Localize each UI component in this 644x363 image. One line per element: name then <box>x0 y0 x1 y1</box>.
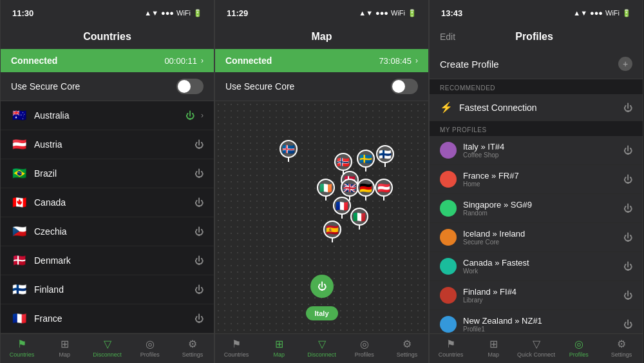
fastest-icon: ⚡ <box>440 101 453 113</box>
tab-settings-1[interactable]: ⚙ Settings <box>171 334 214 363</box>
power-icon-profile-italy[interactable]: ⏻ <box>623 145 632 155</box>
tab-profiles-3[interactable]: ◎ Profiles <box>558 334 600 363</box>
pin-flag-iceland: 🇮🇸 <box>279 140 298 158</box>
list-item[interactable]: France » FR#7 Home ⏻ <box>430 165 643 194</box>
tab-countries-3[interactable]: ⚑ Countries <box>430 334 472 363</box>
toggle-thumb-2 <box>392 80 405 93</box>
profile-icon-finland <box>440 287 457 304</box>
map-italy-label: Italy <box>305 306 337 320</box>
secure-core-toggle-1[interactable] <box>176 79 204 94</box>
tab-settings-3[interactable]: ⚙ Settings <box>600 334 643 363</box>
connected-bar-2[interactable]: Connected 73:08:45 › <box>215 49 428 72</box>
power-icon-profile-singapore[interactable]: ⏻ <box>623 203 632 213</box>
power-icon-profile-finland[interactable]: ⏻ <box>623 290 632 300</box>
table-row[interactable]: 🇫🇷 France ⏻ <box>1 304 214 333</box>
map-pin-sweden[interactable]: 🇸🇪 <box>357 150 375 172</box>
table-row[interactable]: 🇨🇦 Canada ⏻ <box>1 188 214 217</box>
status-icons-3: ▲▼ ●●● WiFi 🔋 <box>573 9 631 17</box>
pin-flag-spain: 🇪🇸 <box>323 221 341 239</box>
tab-label-map-3: Map <box>488 351 500 358</box>
map-center-button[interactable]: ⏻ <box>310 275 334 298</box>
list-item[interactable]: Canada » Fastest Work ⏻ <box>430 252 643 281</box>
profile-name-iceland: Iceland » Ireland <box>463 229 617 239</box>
tab-quickconnect-3[interactable]: ▽ Quick Connect <box>515 334 557 363</box>
list-item[interactable]: Finland » FI#4 Library ⏻ <box>430 281 643 310</box>
fastest-connection-row[interactable]: ⚡ Fastest Connection ⏻ <box>430 94 643 121</box>
table-row[interactable]: 🇩🇰 Denmark ⏻ <box>1 246 214 275</box>
profiles-tab-icon-3: ◎ <box>574 338 583 350</box>
tab-settings-2[interactable]: ⚙ Settings <box>386 334 428 363</box>
table-row[interactable]: 🇫🇮 Finland ⏻ <box>1 275 214 304</box>
status-time-1: 11:30 <box>12 8 33 18</box>
power-icon-profile-canada[interactable]: ⏻ <box>623 261 632 271</box>
power-icon-finland[interactable]: ⏻ <box>194 284 204 295</box>
power-icon-brazil[interactable]: ⏻ <box>194 168 204 179</box>
tab-countries-1[interactable]: ⚑ Countries <box>1 334 43 363</box>
power-icon-australia[interactable]: ⏻ <box>185 110 194 121</box>
map-pin-italy[interactable]: 🇮🇹 <box>350 208 368 230</box>
country-name-australia: Australia <box>34 110 179 121</box>
map-pin-iceland[interactable]: 🇮🇸 <box>279 140 298 162</box>
tab-label-disconnect-2: Disconnect <box>307 351 336 358</box>
profile-icon-italy <box>440 142 457 159</box>
connected-bar-1[interactable]: Connected 00:00:11 › <box>1 49 214 72</box>
list-item[interactable]: New Zealand » NZ#1 Profile1 ⏻ <box>430 310 643 333</box>
table-row[interactable]: 🇨🇿 Czechia ⏻ <box>1 217 214 246</box>
profile-name-italy: Italy » IT#4 <box>463 142 617 152</box>
status-time-3: 13:43 <box>441 8 462 18</box>
power-icon-france[interactable]: ⏻ <box>194 313 204 324</box>
pin-flag-italy: 🇮🇹 <box>350 208 368 226</box>
toggle-thumb-1 <box>178 80 191 93</box>
profile-name-finland: Finland » FI#4 <box>463 287 617 297</box>
map-pin-spain[interactable]: 🇪🇸 <box>323 221 341 242</box>
map-pin-finland[interactable]: 🇫🇮 <box>376 145 394 167</box>
country-name-czechia: Czechia <box>34 226 188 237</box>
profile-icon-france <box>440 171 457 188</box>
power-icon-denmark[interactable]: ⏻ <box>194 255 204 266</box>
list-item[interactable]: Singapore » SG#9 Random ⏻ <box>430 194 643 223</box>
map-view[interactable]: 🇮🇸 🇳🇴 🇸🇪 🇫🇮 🇩🇰 🇮🇪 🇬🇧 🇩🇪 <box>215 101 428 333</box>
tab-label-settings-3: Settings <box>611 351 632 358</box>
map-pin-germany[interactable]: 🇩🇪 <box>357 179 375 201</box>
map-pin-ireland[interactable]: 🇮🇪 <box>317 179 335 201</box>
power-icon-canada[interactable]: ⏻ <box>194 197 204 208</box>
profile-sub-france: Home <box>463 181 617 188</box>
add-profile-button[interactable]: + <box>618 57 632 71</box>
status-bar-1: 11:30 ▲▼ ●●● WiFi 🔋 <box>1 0 214 26</box>
profile-sub-finland: Library <box>463 297 617 304</box>
pin-flag-uk: 🇬🇧 <box>341 179 359 197</box>
list-item[interactable]: Iceland » Ireland Secure Core ⏻ <box>430 223 643 252</box>
tab-bar-3: ⚑ Countries ⊞ Map ▽ Quick Connect ◎ Prof… <box>430 333 643 363</box>
table-row[interactable]: 🇦🇺 Australia ⏻ › <box>1 101 214 130</box>
tab-label-countries-2: Countries <box>224 351 249 358</box>
flag-finland: 🇫🇮 <box>11 282 28 297</box>
create-profile-row[interactable]: Create Profile + <box>430 49 643 79</box>
power-icon-profile-nz[interactable]: ⏻ <box>623 319 632 329</box>
screen-header-2: Map <box>215 26 428 49</box>
map-pin-austria[interactable]: 🇦🇹 <box>375 179 393 201</box>
profile-sub-singapore: Random <box>463 210 617 217</box>
tab-map-1[interactable]: ⊞ Map <box>43 334 86 363</box>
power-icon-czechia[interactable]: ⏻ <box>194 226 204 237</box>
fastest-power-icon[interactable]: ⏻ <box>623 103 632 113</box>
table-row[interactable]: 🇦🇹 Austria ⏻ <box>1 130 214 159</box>
table-row[interactable]: 🇧🇷 Brazil ⏻ <box>1 159 214 188</box>
tab-profiles-1[interactable]: ◎ Profiles <box>129 334 171 363</box>
edit-button[interactable]: Edit <box>440 32 455 42</box>
tab-map-3[interactable]: ⊞ Map <box>472 334 515 363</box>
power-icon-profile-france[interactable]: ⏻ <box>623 174 632 184</box>
tab-disconnect-2[interactable]: ▽ Disconnect <box>300 334 343 363</box>
tab-map-2[interactable]: ⊞ Map <box>258 334 300 363</box>
map-pin-france[interactable]: 🇫🇷 <box>333 197 351 219</box>
secure-core-toggle-2[interactable] <box>391 79 418 94</box>
tab-countries-2[interactable]: ⚑ Countries <box>215 334 258 363</box>
list-item[interactable]: Italy » IT#4 Coffee Shop ⏻ <box>430 136 643 165</box>
tab-profiles-2[interactable]: ◎ Profiles <box>343 334 386 363</box>
tab-disconnect-1[interactable]: ▽ Disconnect <box>86 334 128 363</box>
power-icon-austria[interactable]: ⏻ <box>194 139 204 150</box>
tab-label-quickconnect-3: Quick Connect <box>517 351 555 358</box>
settings-tab-icon-2: ⚙ <box>402 338 412 350</box>
power-icon-profile-iceland[interactable]: ⏻ <box>623 232 632 242</box>
profile-icon-canada <box>440 258 457 275</box>
tab-label-settings-2: Settings <box>397 351 418 358</box>
